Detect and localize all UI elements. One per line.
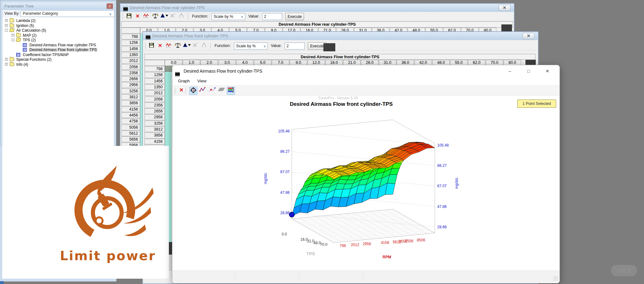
color-bands-icon[interactable] bbox=[227, 87, 235, 95]
row-header[interactable]: 3256 bbox=[121, 88, 140, 94]
save-icon[interactable] bbox=[148, 42, 155, 50]
row-header[interactable]: 1456 bbox=[121, 46, 140, 52]
tree-item[interactable]: -TPS (2) bbox=[3, 38, 114, 43]
multiply-icon[interactable] bbox=[191, 42, 199, 50]
row-header[interactable]: 798 bbox=[121, 34, 140, 39]
view-by-select[interactable]: Parameter Category ∨ bbox=[21, 10, 114, 17]
expand-plus-icon[interactable]: + bbox=[12, 34, 14, 37]
resize-grip-icon[interactable] bbox=[553, 276, 558, 281]
row-header[interactable]: 2012 bbox=[145, 90, 165, 96]
row-header[interactable]: 5056 bbox=[121, 125, 140, 130]
tree-item-label[interactable]: Special Functions (2) bbox=[15, 57, 53, 62]
row-header[interactable]: 3812 bbox=[145, 127, 165, 132]
menu-view[interactable]: View bbox=[195, 78, 209, 85]
expand-plus-icon[interactable]: + bbox=[5, 24, 8, 27]
edit-axis-icon[interactable]: A bbox=[183, 42, 190, 50]
expand-plus-icon[interactable]: + bbox=[5, 19, 8, 22]
row-header[interactable]: 1350 bbox=[145, 84, 165, 90]
tree-item[interactable]: +Lambda (2) bbox=[3, 18, 114, 23]
row-header[interactable]: 5656 bbox=[121, 137, 140, 142]
row-header[interactable]: 1456 bbox=[145, 78, 165, 84]
collapse-minus-icon[interactable]: - bbox=[12, 39, 14, 41]
color-swatch[interactable] bbox=[323, 43, 335, 51]
tree-item-label[interactable]: TPS (2) bbox=[22, 38, 37, 42]
branch-icon[interactable] bbox=[200, 42, 208, 50]
tree-item-label[interactable]: Desired Airmass Flow rear cylinder-TPS bbox=[28, 43, 97, 47]
graph-window-titlebar[interactable]: Desired Airmass Flow front cylinder-TPS bbox=[172, 65, 560, 77]
function-select[interactable]: Scale by %∨ bbox=[234, 43, 268, 49]
trace-icon[interactable] bbox=[165, 42, 173, 50]
tree-item-label[interactable]: Air Calculation (5) bbox=[15, 28, 47, 33]
delete-icon[interactable]: ✕ bbox=[156, 42, 164, 50]
front-window-titlebar[interactable]: Desired Airmass Flow front cylinder-TPS bbox=[143, 32, 538, 40]
value-input[interactable]: 2 bbox=[285, 43, 305, 49]
value-input[interactable]: 2 bbox=[262, 13, 282, 20]
save-icon[interactable] bbox=[125, 13, 133, 20]
row-header[interactable]: 2656 bbox=[121, 76, 140, 82]
row-header[interactable]: 2356 bbox=[121, 70, 140, 76]
tree-item[interactable]: Desired Airmass Flow front cylinder-TPS bbox=[3, 47, 114, 52]
expand-plus-icon[interactable]: + bbox=[5, 58, 8, 61]
row-header[interactable]: 2056 bbox=[145, 96, 165, 102]
rear-vscrollbar-thumb[interactable] bbox=[501, 24, 512, 31]
tree-item[interactable]: +Special Functions (2) bbox=[3, 57, 114, 62]
tree-item[interactable]: +Info (4) bbox=[3, 62, 114, 67]
collapse-minus-icon[interactable]: - bbox=[5, 29, 8, 32]
row-header[interactable]: 5612 bbox=[121, 131, 140, 136]
row-header[interactable]: 1256 bbox=[121, 40, 140, 45]
compare-icon[interactable] bbox=[151, 13, 159, 20]
tree-item[interactable]: +Ignition (5) bbox=[3, 23, 114, 28]
close-icon[interactable]: x bbox=[107, 3, 113, 9]
parameter-tree-titlebar[interactable]: Parameter Tree bbox=[3, 3, 114, 10]
row-header[interactable]: 4156 bbox=[145, 139, 165, 144]
row-header[interactable]: 2356 bbox=[145, 102, 165, 108]
tree-item[interactable]: Coefficient factor-TPS/MAP bbox=[3, 52, 114, 57]
close-icon[interactable]: ✕ bbox=[499, 5, 510, 11]
row-header[interactable]: 1350 bbox=[121, 52, 140, 58]
line-chart-icon[interactable] bbox=[199, 87, 207, 95]
tree-item-label[interactable]: Coefficient factor-TPS/MAP bbox=[22, 53, 70, 57]
crosshair-icon[interactable] bbox=[189, 87, 197, 95]
rear-window-titlebar[interactable]: Desired Airmass Flow rear cylinder-TPS bbox=[120, 4, 514, 12]
row-header[interactable]: 3856 bbox=[121, 100, 140, 106]
multiply-icon[interactable] bbox=[169, 13, 176, 20]
row-header[interactable]: 2956 bbox=[121, 82, 140, 88]
row-header[interactable]: 1256 bbox=[145, 72, 165, 78]
tree-item[interactable]: Desired Airmass Flow rear cylinder-TPS bbox=[3, 43, 114, 48]
row-header[interactable]: 4156 bbox=[121, 106, 140, 112]
row-header[interactable]: 2656 bbox=[145, 108, 165, 114]
close-icon[interactable]: ✕ bbox=[523, 33, 535, 39]
menu-graph[interactable]: Graph bbox=[175, 78, 192, 85]
row-header[interactable]: 4456 bbox=[121, 112, 140, 118]
tree-item[interactable]: +MAP (2) bbox=[3, 33, 114, 38]
surface-chart-icon[interactable] bbox=[217, 87, 226, 95]
point-chart-icon[interactable] bbox=[208, 87, 216, 95]
delete-icon[interactable]: ✕ bbox=[134, 13, 141, 20]
row-header[interactable]: 3812 bbox=[121, 94, 140, 100]
execute-button[interactable]: Execute bbox=[285, 13, 304, 20]
trace-icon[interactable] bbox=[143, 13, 150, 20]
row-header[interactable]: 2012 bbox=[121, 58, 140, 64]
tree-item[interactable]: -Air Calculation (5) bbox=[3, 28, 114, 33]
tree-item-label[interactable]: Lambda (2) bbox=[15, 18, 36, 23]
row-header[interactable]: 3856 bbox=[145, 132, 165, 138]
tree-item-label[interactable]: Desired Airmass Flow front cylinder-TPS bbox=[28, 48, 98, 52]
minimize-icon[interactable]: – bbox=[505, 68, 515, 75]
branch-icon[interactable] bbox=[178, 13, 185, 20]
edit-axis-icon[interactable]: A bbox=[160, 13, 168, 20]
tree-item-label[interactable]: Ignition (5) bbox=[15, 23, 35, 28]
maximize-icon[interactable]: □ bbox=[523, 68, 534, 75]
tree-item-label[interactable]: MAP (2) bbox=[22, 33, 38, 38]
expand-plus-icon[interactable]: + bbox=[5, 63, 8, 66]
delete-icon[interactable]: ✕ bbox=[177, 87, 185, 95]
row-header[interactable]: 3256 bbox=[145, 121, 165, 126]
tree-item-label[interactable]: Info (4) bbox=[15, 62, 29, 67]
row-header[interactable]: 2056 bbox=[121, 64, 140, 70]
row-header[interactable]: 798 bbox=[145, 66, 165, 72]
surface-plot[interactable]: 28.6628.6647.8647.8667.0767.0786.2786.27… bbox=[172, 95, 560, 272]
row-header[interactable]: 4756 bbox=[121, 118, 140, 124]
function-select[interactable]: Scale by %∨ bbox=[211, 13, 245, 20]
compare-icon[interactable] bbox=[174, 42, 181, 50]
close-icon[interactable]: ✕ bbox=[542, 68, 553, 75]
row-header[interactable]: 2956 bbox=[145, 114, 165, 120]
